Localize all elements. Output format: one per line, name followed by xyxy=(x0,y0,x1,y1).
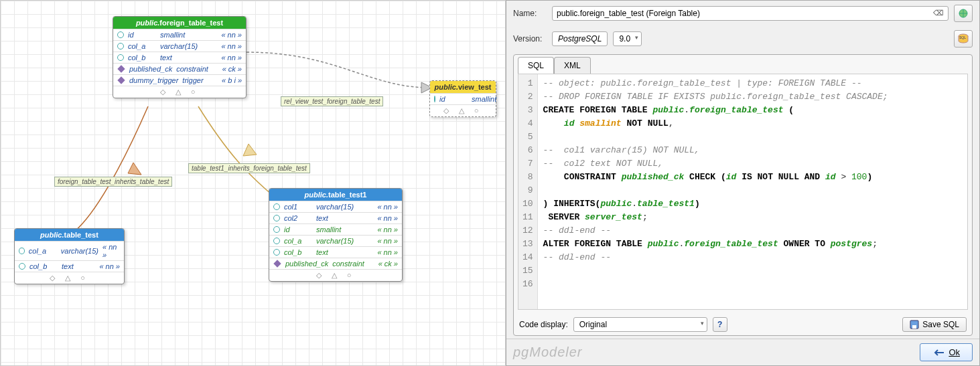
column-name: id xyxy=(128,31,156,39)
table-view-test[interactable]: public.view_test idsmallint ◇ △ ○ xyxy=(429,80,496,117)
column-row[interactable]: idsmallint« nn » xyxy=(113,29,246,40)
column-name: col_b xyxy=(284,248,312,256)
column-name: dummy_trigger xyxy=(129,76,178,84)
table-footer-icons: ◇ △ ○ xyxy=(430,104,496,116)
table-rows: idsmallint« nn »col_avarchar(15)« nn »co… xyxy=(113,29,246,86)
column-row[interactable]: published_ckconstraint« ck » xyxy=(113,63,246,74)
column-type: varchar(15) xyxy=(160,42,217,50)
column-name: col_a xyxy=(128,42,156,50)
svg-rect-7 xyxy=(912,325,916,329)
column-flags: « nn » xyxy=(377,237,398,245)
brand-logo: pgModeler xyxy=(513,345,583,360)
circle-icon xyxy=(273,249,280,256)
column-type: varchar(15) xyxy=(316,237,373,245)
circle-icon xyxy=(273,226,280,233)
column-row[interactable]: col_btext« nn » xyxy=(15,260,124,272)
column-type: smallint xyxy=(160,31,217,39)
ok-arrow-icon xyxy=(932,349,944,357)
table-table-test[interactable]: public.table_test col_avarchar(15)« nn »… xyxy=(14,228,125,284)
column-type: text xyxy=(160,54,217,62)
table-rows: idsmallint xyxy=(430,93,496,104)
column-type: smallint xyxy=(316,225,373,234)
erd-canvas[interactable]: public.foreign_table_test idsmallint« nn… xyxy=(0,0,506,366)
column-name: col1 xyxy=(284,203,312,211)
relation-label-view[interactable]: rel_view_test_foreign_table_test xyxy=(281,96,383,106)
column-row[interactable]: col2text« nn » xyxy=(269,212,402,223)
ok-button[interactable]: Ok xyxy=(920,343,973,361)
column-name: col_b xyxy=(128,54,156,62)
table-table-test1[interactable]: public.table_test1 col1varchar(15)« nn »… xyxy=(269,188,403,282)
column-row[interactable]: col_avarchar(15)« nn » xyxy=(269,235,402,246)
column-flags: « nn » xyxy=(221,54,242,62)
table-foreign-table-test[interactable]: public.foreign_table_test idsmallint« nn… xyxy=(113,16,247,98)
ok-label: Ok xyxy=(949,347,960,357)
object-picker-button[interactable] xyxy=(954,5,973,22)
column-row[interactable]: idsmallint xyxy=(430,93,496,104)
column-name: published_ck xyxy=(285,260,328,268)
column-row[interactable]: col_avarchar(15)« nn » xyxy=(113,40,246,52)
column-row[interactable]: col_btext« nn » xyxy=(113,52,246,63)
circle-icon xyxy=(117,54,124,61)
column-name: id xyxy=(284,225,312,234)
version-select[interactable]: 9.0 xyxy=(613,31,642,46)
relation-label-test1-inherits[interactable]: table_test1_inherits_foreign_table_test xyxy=(188,163,310,173)
globe-icon xyxy=(957,8,969,19)
version-label: Version: xyxy=(513,34,547,43)
column-row[interactable]: published_ckconstraint« ck » xyxy=(269,258,402,269)
tab-xml[interactable]: XML xyxy=(554,57,591,74)
table-header: public.view_test xyxy=(430,81,496,93)
column-type: text xyxy=(62,262,95,270)
circle-icon xyxy=(19,263,25,270)
column-type: varchar(15) xyxy=(316,203,373,211)
column-name: col_a xyxy=(29,247,57,255)
column-name: published_ck xyxy=(129,65,172,73)
sql-code: -- object: public.foreign_table_test | t… xyxy=(538,74,894,309)
column-row[interactable]: col_btext« nn » xyxy=(269,246,402,258)
column-row[interactable]: col_avarchar(15)« nn » xyxy=(15,241,124,260)
table-header: public.foreign_table_test xyxy=(113,17,246,29)
column-flags: « nn » xyxy=(377,225,398,234)
column-flags: « nn » xyxy=(377,248,398,256)
column-type: smallint xyxy=(472,95,496,103)
column-name: col2 xyxy=(284,214,312,222)
save-sql-button[interactable]: Save SQL xyxy=(902,317,967,332)
diamond-icon xyxy=(273,260,281,267)
relation-label-foreign-inherits[interactable]: foreign_table_test_inherits_table_test xyxy=(54,177,172,187)
circle-icon xyxy=(273,238,280,244)
table-footer-icons: ◇ △ ○ xyxy=(269,269,402,281)
diamond-icon xyxy=(117,65,125,72)
table-footer-icons: ◇ △ ○ xyxy=(15,272,124,284)
column-type: constraint xyxy=(176,65,218,73)
column-flags: « nn » xyxy=(221,42,242,50)
column-flags: « nn » xyxy=(102,243,120,259)
sql-editor[interactable]: 12345678910111213141516 -- object: publi… xyxy=(518,74,968,310)
column-name: id xyxy=(439,95,468,103)
database-sql-icon: SQL xyxy=(957,33,969,44)
name-input[interactable]: public.foreign_table_test (Foreign Table… xyxy=(552,6,949,21)
column-type: text xyxy=(316,248,373,256)
column-name: col_b xyxy=(29,262,58,270)
name-label: Name: xyxy=(513,9,547,18)
column-row[interactable]: idsmallint« nn » xyxy=(269,223,402,235)
code-display-select[interactable]: Original xyxy=(573,317,707,332)
circle-icon xyxy=(273,203,280,210)
column-flags: « nn » xyxy=(377,214,398,222)
circle-icon xyxy=(273,215,280,221)
sql-db-button[interactable]: SQL xyxy=(954,30,973,48)
circle-icon xyxy=(434,96,435,102)
column-flags: « nn » xyxy=(377,203,398,211)
column-flags: « ck » xyxy=(378,260,398,268)
name-value: public.foreign_table_test (Foreign Table… xyxy=(557,9,700,18)
line-gutter: 12345678910111213141516 xyxy=(518,74,538,309)
svg-marker-1 xyxy=(243,144,257,156)
clear-icon[interactable]: ⌫ xyxy=(933,9,944,17)
column-row[interactable]: col1varchar(15)« nn » xyxy=(269,201,402,212)
column-row[interactable]: dummy_triggertrigger« b i » xyxy=(113,74,246,86)
column-flags: « nn » xyxy=(221,31,242,39)
tab-sql[interactable]: SQL xyxy=(518,57,554,74)
source-panel: Name: public.foreign_table_test (Foreign… xyxy=(506,0,980,366)
help-button[interactable]: ? xyxy=(713,317,727,332)
column-type: constraint xyxy=(332,260,374,268)
column-flags: « nn » xyxy=(99,262,120,270)
code-display-label: Code display: xyxy=(519,320,568,329)
